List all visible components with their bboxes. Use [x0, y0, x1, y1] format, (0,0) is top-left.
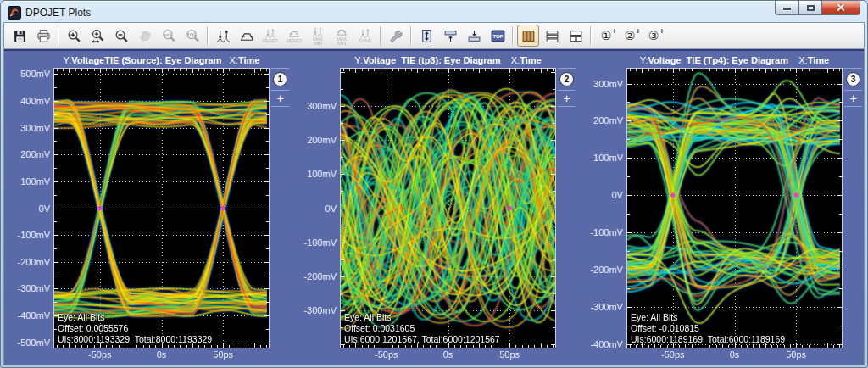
zoom-sync-icon: SYNC [186, 29, 200, 43]
eye-diagram-canvas[interactable] [340, 68, 556, 348]
minimize-button[interactable] [775, 1, 799, 15]
plot-title-segment: X: [788, 55, 808, 65]
y-tick-label: -100mV [590, 227, 623, 237]
plot-title-segment: Voltage TIE (tp3): Eye Diagram [363, 55, 500, 65]
zoom-out-button[interactable] [110, 25, 132, 47]
y-tick-label: 0V [612, 190, 623, 200]
horizontal-cursors-maxmin-button: MAX MIN [331, 25, 353, 47]
maximize-button[interactable] [799, 1, 822, 15]
y-tick-label: 100mV [593, 153, 623, 163]
eye-diagram-canvas[interactable] [53, 68, 270, 348]
vertical-cursors-button[interactable] [212, 25, 234, 47]
y-tick-label: -400mV [17, 310, 50, 321]
eye-diagram-canvas[interactable] [626, 68, 843, 348]
plot-number-badge: 1 [273, 72, 287, 86]
horizontal-cursors-maxmin-caption: MAX MIN [337, 37, 347, 46]
y-tick-label: -200mV [17, 257, 50, 267]
plot-title-segment: Time [808, 55, 829, 65]
y-tick-label: -300mV [17, 283, 50, 293]
save-icon [13, 29, 27, 43]
plot-number-badge: 3 [846, 72, 860, 86]
zoom-in-button[interactable] [63, 25, 85, 47]
plot-stats-line: Offset: -0.010815 [631, 323, 785, 334]
plot-panel: Y:VoltageTIE (Source): Eye Diagram X:Tim… [4, 54, 291, 365]
plot-side-strip: 3 + [843, 68, 864, 348]
layout-columns-button[interactable] [517, 25, 539, 47]
vertical-cursors-icon [216, 29, 231, 43]
plot-stats: Eye: All BitsOffset: 0.0031605UIs:6000:1… [344, 312, 500, 345]
layout-rows-icon [545, 29, 559, 43]
plot-title-segment: X: [501, 55, 520, 65]
y-tick-label: -100mV [303, 237, 337, 248]
zoom-out-icon [114, 29, 129, 43]
horizontal-cursors-button[interactable] [236, 25, 258, 47]
layout-rows-button[interactable] [541, 25, 563, 47]
align-top-button[interactable] [439, 25, 461, 47]
add-measurement-button[interactable]: + [270, 91, 291, 106]
layout-columns-icon [521, 29, 536, 43]
toolbar-separator [512, 26, 514, 45]
plot-stats-line: Eye: All Bits [631, 312, 785, 323]
window-body: 100%SYNCRESETRESETMAX MINMAX MINSYNCTOP①… [3, 22, 865, 365]
x-tick-label: 0s [443, 349, 453, 360]
always-on-top-button[interactable]: TOP [487, 25, 509, 47]
save-button[interactable] [8, 25, 31, 47]
plot-title-segment: Time [520, 55, 541, 65]
plot-number-badge: 2 [559, 72, 574, 86]
configure-icon [389, 29, 403, 43]
add-measurement-button[interactable]: + [843, 91, 864, 106]
minimize-icon [783, 8, 791, 11]
fit-vertical-button[interactable] [415, 25, 437, 47]
plot-frame: Eye: All BitsOffset: 0.0031605UIs:6000:1… [340, 68, 556, 348]
strip-divider [271, 68, 289, 69]
y-axis-labels: 300mV200mV100mV0V-100mV-200mV-300mV-400m… [577, 68, 626, 348]
pan-icon [138, 29, 153, 43]
x-tick-label: 0s [157, 349, 167, 360]
print-button[interactable] [32, 25, 54, 47]
zoom-horizontal-button[interactable] [86, 25, 108, 47]
new-plot-3-button[interactable]: ③+ [643, 25, 665, 47]
horizontal-cursors-maxmin-icon [336, 26, 348, 37]
new-plot-3-icon: ③ [648, 30, 659, 42]
y-tick-label: -100mV [17, 230, 50, 240]
y-tick-label: 500mV [20, 69, 50, 79]
always-on-top-icon: TOP [491, 29, 505, 43]
plot-stats-line: UIs:6000:1189169, Total:6000:1189169 [631, 334, 785, 345]
strip-divider [271, 106, 289, 107]
plot-title-segment: VoltageTIE (Source): Eye Diagram [71, 55, 221, 65]
plot-title-segment: Y: [64, 55, 72, 65]
toolbar-separator [58, 26, 59, 45]
plot-area: Y:VoltageTIE (Source): Eye Diagram X:Tim… [4, 49, 864, 365]
y-tick-label: -200mV [303, 271, 337, 282]
svg-text:TOP: TOP [492, 34, 503, 39]
y-tick-label: -500mV [17, 337, 50, 348]
toolbar-separator [207, 26, 209, 45]
y-tick-label: -200mV [590, 265, 623, 275]
new-plot-2-button[interactable]: ②+ [619, 25, 641, 47]
strip-divider [558, 68, 576, 69]
y-tick-label: 0V [326, 204, 337, 214]
new-plot-1-button[interactable]: ①+ [595, 25, 617, 47]
plot-frame: Eye: All BitsOffset: -0.010815UIs:6000:1… [626, 68, 843, 348]
configure-button[interactable] [385, 25, 407, 47]
pan-button [134, 25, 156, 47]
plot-side-strip: 2 + [556, 68, 577, 348]
align-bottom-button[interactable] [463, 25, 485, 47]
y-tick-label: -400mV [590, 339, 623, 349]
y-tick-label: 300mV [593, 79, 623, 89]
plot-stats-line: UIs:6000:1201567, Total:6000:1201567 [344, 334, 500, 345]
title-bar[interactable]: DPOJET Plots [1, 1, 867, 22]
x-tick-label: 50ps [213, 349, 233, 360]
layout-grid-button[interactable] [565, 25, 587, 47]
close-button[interactable] [822, 1, 860, 15]
plot-stats-line: Offset: 0.0031605 [344, 323, 500, 334]
y-tick-label: 400mV [20, 96, 50, 106]
window-title: DPOJET Plots [25, 7, 91, 19]
y-tick-label: 100mV [307, 169, 337, 179]
x-axis-labels: -50ps0s50ps [626, 348, 843, 362]
zoom-100-icon: 100% [162, 29, 176, 43]
plot-stats-line: UIs:8000:1193329, Total:8000:1193329 [58, 334, 212, 345]
add-measurement-button[interactable]: + [556, 91, 577, 106]
cursors-sync-caption: SYNC [359, 39, 371, 43]
cursors-sync-button: SYNC [354, 25, 376, 47]
